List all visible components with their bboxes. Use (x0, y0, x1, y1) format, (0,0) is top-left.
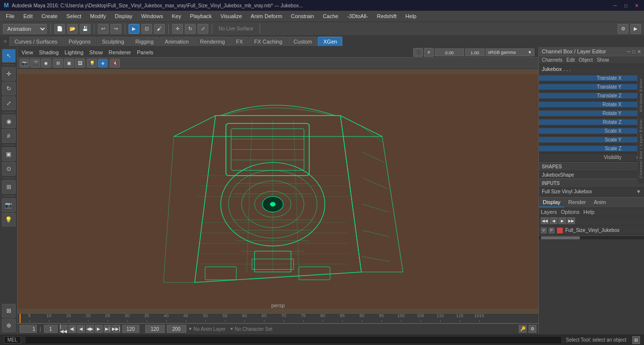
vpt-smooth-btn[interactable]: ▣ (64, 59, 74, 68)
tab-polygons[interactable]: Polygons (63, 37, 96, 46)
layer-visibility-flag[interactable]: V (541, 228, 547, 233)
anim-range-end-input[interactable] (167, 325, 186, 333)
show-tab[interactable]: Show (597, 57, 609, 63)
vpt-wireframe-btn[interactable]: ⊞ (53, 59, 63, 68)
tab-fx[interactable]: FX (231, 37, 248, 46)
inputs-full-size-jukebox[interactable]: Full Size Vinyl Jukebox ▼ (539, 188, 644, 195)
rotate-tool-button[interactable]: ↻ (185, 24, 196, 34)
layer-next-btn[interactable]: ▶ (558, 217, 566, 224)
tab-sculpting[interactable]: Sculpting (97, 37, 130, 46)
channel-rotate-z[interactable]: Rotate Z 0 (539, 118, 644, 127)
select-tool-button[interactable]: ▶ (129, 24, 139, 34)
gamma-field[interactable]: 0.00 (435, 48, 464, 56)
module-tabs-toggle[interactable]: ≡ (2, 39, 9, 44)
lasso-tool-button[interactable]: ⊡ (141, 24, 152, 34)
render-settings-button[interactable]: ⚙ (618, 24, 628, 34)
mel-command-input[interactable] (25, 336, 562, 344)
menu-windows[interactable]: Windows (137, 12, 167, 20)
vpt-light-btn[interactable]: 💡 (87, 59, 97, 68)
menu-redshift[interactable]: Redshift (373, 12, 400, 20)
vpt-texture-btn[interactable]: 🖼 (75, 59, 85, 68)
viewport-menu-lighting[interactable]: Lighting (65, 49, 84, 55)
isolation-button[interactable]: ⊙ (2, 162, 16, 176)
menu-create[interactable]: Create (38, 12, 62, 20)
scale-mode-button[interactable]: ⤢ (2, 96, 16, 110)
viewport-menu-panels[interactable]: Panels (137, 49, 154, 55)
close-button[interactable]: ✕ (633, 2, 640, 9)
shapes-jukebox-shape[interactable]: JukeboxShape (539, 171, 644, 179)
soft-select-button[interactable]: ◉ (2, 115, 16, 128)
snap-button[interactable]: ⊕ (2, 319, 16, 332)
channel-rotate-x[interactable]: Rotate X 0 (539, 100, 644, 109)
undo-button[interactable]: ↩ (98, 24, 109, 34)
open-scene-button[interactable]: 📂 (67, 24, 78, 34)
light-button[interactable]: 💡 (2, 213, 16, 227)
tab-rigging[interactable]: Rigging (130, 37, 159, 46)
menu-select[interactable]: Select (63, 12, 86, 20)
tab-fx-caching[interactable]: FX Caching (249, 37, 288, 46)
tab-animation[interactable]: Animation (159, 37, 194, 46)
object-tab[interactable]: Object (579, 57, 593, 63)
menu-modify[interactable]: Modify (86, 12, 110, 20)
anim-end-input[interactable] (145, 325, 165, 333)
channel-scale-z[interactable]: Scale Z 1 (539, 144, 644, 153)
save-scene-button[interactable]: 💾 (80, 24, 90, 34)
tab-curves-surfaces[interactable]: Curves / Surfaces (9, 37, 63, 46)
edit-tab[interactable]: Edit (566, 57, 575, 63)
range-start-input[interactable] (44, 325, 58, 333)
animation-mode-dropdown[interactable]: Animation (3, 24, 47, 34)
channel-visibility[interactable]: Visibility on (539, 153, 644, 162)
layer-full-size-vinyl[interactable]: V P Full_Size_Vinyl_Jukebox (539, 226, 644, 235)
channels-tab[interactable]: Channels (542, 57, 562, 63)
channel-translate-y[interactable]: Translate Y 0 (539, 83, 644, 92)
camera-button[interactable]: 📷 (2, 198, 16, 212)
menu-display[interactable]: Display (111, 12, 136, 20)
viewport-canvas[interactable]: persp (18, 69, 538, 314)
layer-anim-tab[interactable]: Anim (590, 198, 610, 207)
prev-frame-button[interactable]: ◀ (77, 325, 85, 333)
current-frame-input[interactable] (20, 325, 37, 333)
menu-edit[interactable]: Edit (20, 12, 37, 20)
menu-cache[interactable]: Cache (319, 12, 342, 20)
channel-box-float-btn[interactable]: □ (632, 49, 635, 54)
viewport-menu-show[interactable]: Show (89, 49, 103, 55)
next-frame-button[interactable]: ▶| (104, 325, 111, 333)
select-mode-button[interactable]: ↖ (2, 49, 16, 63)
channel-translate-x[interactable]: Translate X 0 (539, 74, 644, 83)
exposure-field[interactable]: 1.00 (465, 48, 485, 56)
layer-prev-btn[interactable]: ◀ (550, 217, 557, 224)
layers-menu[interactable]: Layers (541, 209, 557, 215)
channel-rotate-y[interactable]: Rotate Y 0 (539, 109, 644, 118)
channel-box-side-tab[interactable]: Channel Box / Layer Editor (638, 116, 644, 182)
tab-rendering[interactable]: Rendering (195, 37, 230, 46)
paint-select-button[interactable]: 🖌 (154, 24, 165, 34)
vpt-camera-btn[interactable]: 📷 (20, 59, 29, 68)
inputs-expand-icon[interactable]: ▼ (636, 189, 641, 194)
move-mode-button[interactable]: ✛ (2, 67, 16, 81)
rotate-mode-button[interactable]: ↻ (2, 82, 16, 95)
layer-render-tab[interactable]: Render (564, 198, 590, 207)
component-mode-button[interactable]: ⊞ (2, 180, 16, 194)
color-space-dropdown[interactable]: sRGB gamma ▼ (486, 48, 534, 56)
viewport-menu-renderer[interactable]: Renderer (109, 49, 131, 55)
viewport-menu-shading[interactable]: Shading (39, 49, 59, 55)
snap-grid-button[interactable]: # (2, 129, 16, 143)
script-editor-btn[interactable]: ⊞ (632, 336, 640, 344)
channel-box-minimize-btn[interactable]: ─ (627, 49, 630, 54)
channel-scale-y[interactable]: Scale Y 1 (539, 136, 644, 144)
redo-button[interactable]: ↪ (111, 24, 121, 34)
keyframe-btn[interactable]: 🔑 (519, 325, 527, 333)
menu-key[interactable]: Key (168, 12, 185, 20)
layer-playback-flag[interactable]: P (549, 228, 555, 233)
channel-box-close-btn[interactable]: ✕ (637, 49, 641, 54)
move-tool-button[interactable]: ✛ (172, 24, 183, 34)
help-layer-menu[interactable]: Help (583, 209, 595, 215)
display-mode-button[interactable]: ▣ (2, 147, 16, 161)
play-forward-button[interactable]: ▶ (95, 325, 103, 333)
timeline-ruler[interactable]: 5 10 15 20 25 30 35 40 45 50 55 60 65 70… (18, 313, 538, 323)
scale-tool-button[interactable]: ⤢ (198, 24, 208, 34)
viewport-menu-view[interactable]: View (22, 49, 33, 55)
range-end-input[interactable] (122, 325, 139, 333)
go-to-end-button[interactable]: ▶▶| (112, 325, 120, 333)
vpt-mute-btn[interactable]: 🔇 (110, 59, 120, 68)
